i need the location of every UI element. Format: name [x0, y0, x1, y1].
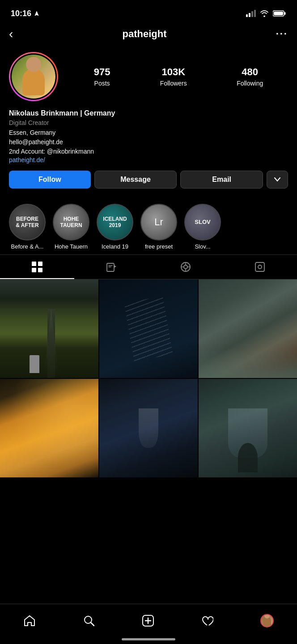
header: ‹ patheight ··· [0, 24, 297, 47]
battery-icon [273, 10, 286, 17]
highlights-section: BEFORE& AFTER Before & A... HOHETAUERN H… [0, 204, 297, 254]
svg-rect-5 [284, 12, 286, 15]
avatar[interactable] [9, 52, 58, 101]
bio-section: Nikolaus Brinkmann | Germany Digital Cre… [9, 109, 288, 163]
location-arrow-icon [34, 10, 40, 17]
status-bar: 10:16 [0, 0, 297, 24]
tab-reels[interactable] [148, 255, 223, 279]
status-icons [246, 10, 286, 17]
home-indicator [122, 638, 175, 640]
email-button[interactable]: Email [180, 171, 263, 189]
photo-cell-5[interactable] [99, 379, 198, 477]
highlight-hohe-tauern[interactable]: HOHETAUERN Hohe Tauern [53, 204, 89, 250]
nav-home[interactable] [23, 614, 36, 627]
tab-grid[interactable] [0, 255, 74, 279]
action-buttons: Follow Message Email [9, 171, 288, 189]
tabs-row [0, 254, 297, 279]
highlight-circle-before-after: BEFORE& AFTER [9, 204, 46, 240]
highlight-label-slov: Slov... [195, 243, 210, 250]
svg-rect-18 [255, 262, 264, 271]
photo-cell-3[interactable] [199, 279, 297, 378]
highlights-list: BEFORE& AFTER Before & A... HOHETAUERN H… [0, 204, 297, 250]
bio-email: hello@patheight.de [9, 137, 288, 147]
profile-top: 975 Posts 103K Followers 480 Following [9, 52, 288, 101]
posts-label: Posts [94, 80, 110, 87]
message-button[interactable]: Message [94, 171, 177, 189]
follow-button[interactable]: Follow [9, 171, 91, 189]
highlight-circle-free-preset: Lr [140, 204, 177, 240]
highlight-free-preset[interactable]: Lr free preset [140, 204, 177, 250]
bio-category: Digital Creator [9, 119, 288, 126]
signal-icon [246, 10, 256, 17]
highlight-label-iceland: Iceland 19 [102, 243, 128, 250]
wifi-icon [259, 10, 269, 17]
photo-grid [0, 279, 297, 477]
profile-section: 975 Posts 103K Followers 480 Following N… [0, 47, 297, 204]
back-button[interactable]: ‹ [9, 27, 13, 41]
highlight-circle-hohe-tauern: HOHETAUERN [53, 204, 89, 240]
following-stat: 480 Following [237, 66, 263, 87]
svg-point-13 [184, 265, 187, 269]
svg-rect-7 [32, 262, 36, 266]
nav-profile[interactable] [260, 614, 274, 627]
followers-label: Followers [160, 80, 187, 87]
highlight-slov[interactable]: SLOV Slov... [184, 204, 221, 250]
followers-stat: 103K Followers [160, 66, 187, 87]
svg-rect-11 [107, 263, 114, 271]
tab-igtv[interactable] [74, 255, 148, 279]
bio-website[interactable]: patheight.de/ [9, 156, 288, 163]
status-time: 10:16 [11, 9, 31, 18]
highlight-circle-iceland: ICELAND2019 [97, 204, 133, 240]
bio-second-account: 2nd Account: @nikobrinkmann [9, 147, 288, 156]
photo-cell-6[interactable] [199, 379, 297, 477]
photo-cell-1[interactable] [0, 279, 98, 378]
nav-add[interactable] [142, 614, 154, 627]
highlight-circle-slov: SLOV [184, 204, 221, 240]
svg-line-21 [91, 623, 94, 626]
svg-rect-6 [274, 12, 283, 15]
highlight-iceland[interactable]: ICELAND2019 Iceland 19 [97, 204, 133, 250]
posts-count: 975 [94, 66, 110, 78]
following-count: 480 [242, 66, 258, 78]
svg-rect-2 [251, 11, 253, 17]
highlight-label-before-after: Before & A... [11, 243, 44, 250]
nav-search[interactable] [83, 614, 95, 627]
highlight-label-hohe-tauern: Hohe Tauern [55, 243, 88, 250]
svg-rect-1 [249, 13, 250, 17]
svg-rect-3 [254, 10, 256, 17]
highlight-label-free-preset: free preset [145, 243, 173, 250]
tab-tagged[interactable] [223, 255, 297, 279]
followers-count: 103K [161, 66, 185, 78]
dropdown-button[interactable] [267, 171, 288, 189]
svg-rect-8 [38, 262, 42, 266]
posts-stat: 975 Posts [94, 66, 110, 87]
svg-rect-10 [38, 268, 42, 272]
svg-rect-9 [32, 268, 36, 272]
photo-cell-2[interactable] [99, 279, 198, 378]
bio-name: Nikolaus Brinkmann | Germany [9, 109, 288, 117]
more-button[interactable]: ··· [276, 28, 288, 40]
header-username: patheight [122, 28, 166, 40]
stats-row: 975 Posts 103K Followers 480 Following [69, 66, 288, 87]
highlight-before-after[interactable]: BEFORE& AFTER Before & A... [9, 204, 46, 250]
svg-point-19 [258, 265, 262, 269]
nav-heart[interactable] [201, 614, 213, 627]
bio-location: Essen, Germany [9, 128, 288, 137]
svg-rect-0 [246, 14, 248, 17]
photo-cell-4[interactable] [0, 379, 98, 477]
following-label: Following [237, 80, 263, 87]
